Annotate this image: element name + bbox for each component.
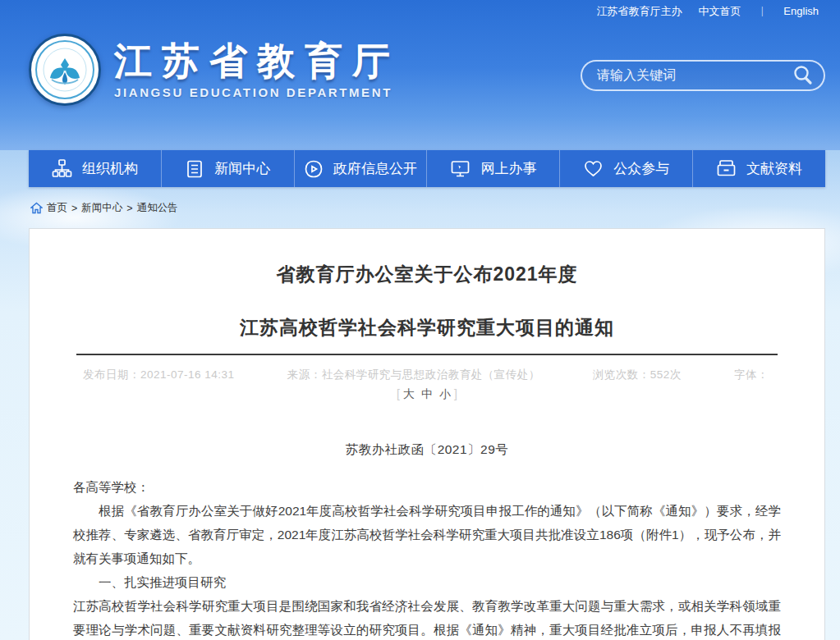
article-body: 各高等学校： 根据《省教育厅办公室关于做好2021年度高校哲学社会科学研究项目申… [73,475,781,640]
nav-item-label: 组织机构 [82,159,138,178]
site-subtitle: JIANGSU EDUCATION DEPARTMENT [114,85,400,99]
publish-date: 发布日期：2021-07-16 14:31 [83,368,235,382]
article-card: 省教育厅办公室关于公布2021年度 江苏高校哲学社会科学研究重大项目的通知 发布… [29,228,825,640]
topbar-english-link[interactable]: English [783,5,819,17]
topbar-divider: ｜ [758,4,768,18]
department-logo[interactable] [29,34,101,106]
site-header: 江苏省教育厅主办 中文首页 ｜ English 江苏省教育厅 JIANGSU E… [0,0,840,150]
source: 来源：社会科学研究与思想政治教育处（宣传处） [287,368,540,382]
heart-icon [583,158,604,179]
article-title-line1: 省教育厅办公室关于公布2021年度 [73,262,781,287]
paragraph: 根据《省教育厅办公室关于做好2021年度高校哲学社会科学研究项目申报工作的通知》… [73,499,781,570]
nav-item-documents[interactable]: 文献资料 [693,150,825,187]
search-input[interactable] [597,68,792,83]
topbar: 江苏省教育厅主办 中文首页 ｜ English [0,0,840,22]
search-icon [792,64,814,88]
main-navigation: 组织机构 新闻中心 政府信息公开 网上办事 [29,150,825,187]
nav-item-news-center[interactable]: 新闻中心 [162,150,295,187]
paragraph: 江苏高校哲学社会科学研究重大项目是围绕国家和我省经济社会发展、教育教学改革重大问… [73,594,781,640]
title-divider [76,354,778,355]
info-disclosure-icon [304,159,324,179]
nav-item-organization[interactable]: 组织机构 [29,150,162,187]
home-icon [30,202,43,214]
nav-item-label: 新闻中心 [214,159,270,178]
font-size-large-button[interactable]: 大 [403,387,415,400]
document-number: 苏教办社政函〔2021〕29号 [73,441,781,459]
search-box [581,60,825,91]
bracket: [ [397,387,400,400]
nav-item-label: 公众参与 [613,159,669,178]
font-size-small-button[interactable]: 小 [439,387,451,400]
view-count: 浏览次数：552次 [593,368,682,382]
nav-item-online-services[interactable]: 网上办事 [427,150,560,187]
breadcrumb-separator: > [71,203,77,214]
search-button[interactable] [792,64,814,88]
font-size-switcher: [大中小] [73,387,781,402]
brand-text: 江苏省教育厅 JIANGSU EDUCATION DEPARTMENT [114,40,400,99]
breadcrumb-separator: > [126,203,132,214]
breadcrumb-news-center[interactable]: 新闻中心 [81,201,122,215]
font-size-medium-button[interactable]: 中 [421,387,433,400]
site-title: 江苏省教育厅 [114,40,400,82]
news-document-icon [185,159,204,179]
nav-item-public-participation[interactable]: 公众参与 [560,150,693,187]
article-title-line2: 江苏高校哲学社会科学研究重大项目的通知 [73,315,781,341]
brand-bar: 江苏省教育厅 JIANGSU EDUCATION DEPARTMENT [0,22,840,106]
topbar-host-link[interactable]: 江苏省教育厅主办 [597,4,682,19]
topbar-chinese-home-link[interactable]: 中文首页 [699,4,741,19]
org-chart-icon [52,158,72,179]
breadcrumb-notices[interactable]: 通知公告 [137,201,178,215]
monitor-icon [450,158,470,179]
breadcrumb: 首页 > 新闻中心 > 通知公告 [30,201,178,215]
archive-icon [716,158,737,179]
nav-item-gov-info-disclosure[interactable]: 政府信息公开 [295,150,428,187]
salutation: 各高等学校： [73,475,781,499]
breadcrumb-home[interactable]: 首页 [47,201,67,215]
nav-item-label: 政府信息公开 [333,159,417,178]
nav-item-label: 网上办事 [480,159,536,178]
article-meta: 发布日期：2021-07-16 14:31 来源：社会科学研究与思想政治教育处（… [73,368,781,382]
nav-item-label: 文献资料 [746,159,802,178]
section-heading: 一、扎实推进项目研究 [73,570,781,594]
bracket: ] [454,387,457,400]
jiangsu-education-emblem-icon [35,40,94,99]
font-size-label: 字体： [734,368,769,382]
